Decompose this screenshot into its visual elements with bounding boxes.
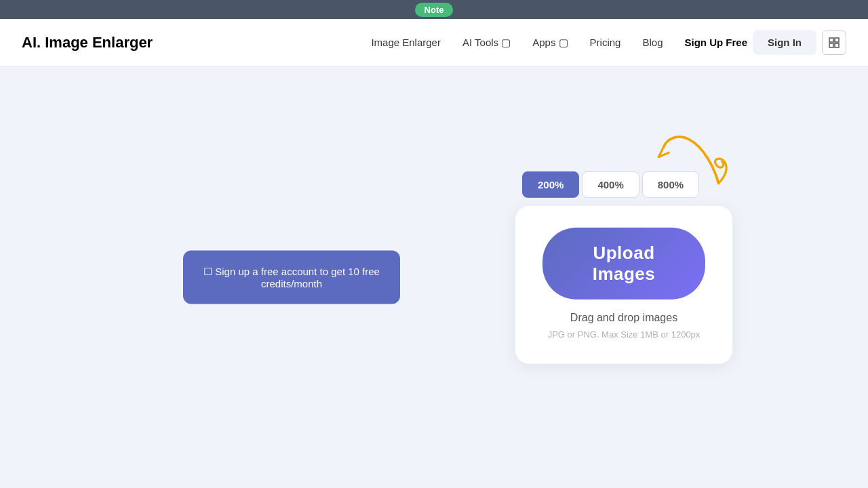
scale-400-button[interactable]: 400% [582,171,639,198]
nav-apps[interactable]: Apps ▢ [532,37,568,48]
logo[interactable]: AI. Image Enlarger [22,34,153,52]
grid-icon-button[interactable] [822,30,846,55]
scale-buttons: 200% 400% 800% [522,171,699,198]
upload-card: Upload Images Drag and drop images JPG o… [515,206,732,364]
upload-widget-area: 200% 400% 800% Upload Images Drag and dr… [515,171,732,364]
promo-box[interactable]: ☐ Sign up a free account to get 10 free … [183,251,400,304]
file-info-text: JPG or PNG. Max Size 1MB or 1200px [542,329,705,340]
scale-800-button[interactable]: 800% [642,171,699,198]
nav-sign-up-free[interactable]: Sign Up Free [684,37,747,48]
nav-blog[interactable]: Blog [642,37,663,48]
note-badge: Note [415,3,454,17]
svg-rect-2 [829,43,833,47]
promo-text: ☐ Sign up a free account to get 10 free … [203,266,380,289]
scale-200-button[interactable]: 200% [522,171,579,198]
main-content: ☐ Sign up a free account to get 10 free … [0,66,868,488]
nav-pricing[interactable]: Pricing [590,37,621,48]
notification-bar: Note [0,0,868,19]
svg-rect-3 [835,43,839,47]
drag-drop-text: Drag and drop images [542,312,705,324]
upload-images-button[interactable]: Upload Images [542,228,705,300]
nav-image-enlarger[interactable]: Image Enlarger [371,37,441,48]
grid-icon [829,37,840,48]
navbar: AI. Image Enlarger Image Enlarger AI Too… [0,19,868,66]
svg-rect-1 [835,38,839,42]
nav-ai-tools[interactable]: AI Tools ▢ [462,37,511,48]
sign-in-button[interactable]: Sign In [753,30,816,55]
svg-rect-0 [829,38,833,42]
nav-links: Image Enlarger AI Tools ▢ Apps ▢ Pricing… [371,37,747,49]
